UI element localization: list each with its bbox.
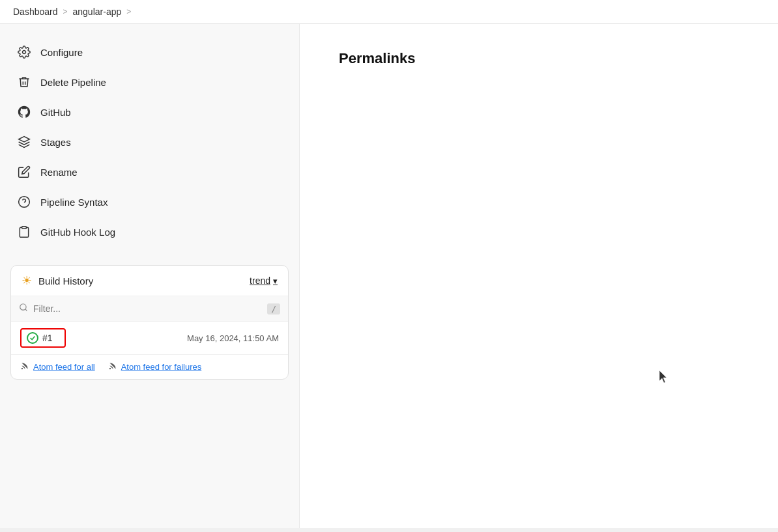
breadcrumb-sep2: > [126,7,131,16]
sidebar-item-label-stages: Stages [40,137,71,148]
build-history-title: ☀ Build History [22,273,93,288]
help-circle-icon [17,195,31,209]
github-icon [17,105,31,119]
svg-point-8 [109,368,110,369]
search-icon [19,303,28,315]
sidebar-item-stages[interactable]: Stages [10,127,289,157]
success-icon [27,332,38,344]
build-number-cell[interactable]: #1 [20,328,66,348]
svg-point-2 [19,197,30,208]
svg-rect-4 [22,227,27,229]
main-content: Permalinks [300,24,778,528]
build-history-label: Build History [38,275,93,287]
sidebar-item-label-github-hook-log: GitHub Hook Log [40,227,115,238]
sidebar-item-pipeline-syntax[interactable]: Pipeline Syntax [10,187,289,217]
filter-row: / [11,296,288,322]
sidebar-item-label-rename: Rename [40,167,78,178]
sidebar-nav: Configure Delete Pipeline [10,37,289,247]
sidebar-item-label-github: GitHub [40,107,71,118]
filter-slash-key: / [267,303,280,315]
rss-all-icon [20,361,29,372]
atom-feed-all-link[interactable]: Atom feed for all [33,362,95,372]
sun-icon: ☀ [22,273,32,288]
breadcrumb-project[interactable]: angular-app [73,7,122,17]
sidebar: Configure Delete Pipeline [0,24,300,528]
svg-point-5 [20,304,26,310]
page-title: Permalinks [339,50,739,67]
feed-links: Atom feed for all Atom feed for failures [11,355,288,379]
sidebar-item-github[interactable]: GitHub [10,97,289,127]
chevron-down-icon: ▾ [273,276,278,286]
trash-icon [17,75,31,89]
build-history-header: ☀ Build History trend ▾ [11,266,288,296]
breadcrumb-dashboard[interactable]: Dashboard [13,7,58,17]
trend-button[interactable]: trend ▾ [250,275,278,286]
svg-marker-1 [19,137,30,142]
svg-point-0 [23,51,26,54]
sidebar-item-label-delete-pipeline: Delete Pipeline [40,77,106,88]
build-history-card: ☀ Build History trend ▾ / [10,265,289,380]
build-timestamp: May 16, 2024, 11:50 AM [187,333,279,343]
atom-feed-failures-link[interactable]: Atom feed for failures [121,362,202,372]
breadcrumb-sep1: > [63,7,68,16]
sidebar-item-label-configure: Configure [40,47,83,58]
pencil-icon [17,165,31,179]
layers-icon [17,135,31,149]
gear-icon [17,45,31,59]
rss-failures-icon [108,361,117,372]
sidebar-item-rename[interactable]: Rename [10,157,289,187]
build-number: #1 [42,333,53,343]
clipboard-icon [17,225,31,239]
trend-label: trend [250,275,270,286]
build-entry[interactable]: #1 May 16, 2024, 11:50 AM [11,322,288,355]
sidebar-item-configure[interactable]: Configure [10,37,289,67]
svg-point-7 [22,368,23,369]
sidebar-item-label-pipeline-syntax: Pipeline Syntax [40,197,108,208]
sidebar-item-github-hook-log[interactable]: GitHub Hook Log [10,217,289,247]
sidebar-item-delete-pipeline[interactable]: Delete Pipeline [10,67,289,97]
svg-line-6 [25,309,27,311]
filter-input[interactable] [33,303,262,314]
breadcrumb: Dashboard > angular-app > [0,0,778,24]
